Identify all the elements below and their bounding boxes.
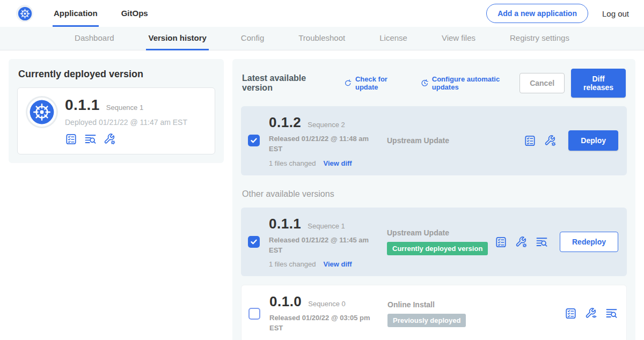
preflight-checks-icon[interactable] [65, 133, 77, 145]
schedule-update-icon [421, 79, 429, 87]
add-application-button[interactable]: Add a new application [486, 4, 588, 23]
files-changed-label: 1 files changed [269, 260, 316, 268]
version-actions [565, 307, 618, 320]
refresh-icon [344, 79, 352, 87]
configure-automatic-updates-label: Configure automatic updates [432, 75, 519, 91]
latest-version-header: Latest available version Check for updat… [242, 69, 626, 98]
version-row: 0.1.0 Sequence 0 Released 01/20/22 @ 03:… [241, 285, 627, 340]
released-timestamp: Released 01/21/22 @ 11:48 am EST [269, 134, 383, 154]
version-info: 0.1.1 Sequence 1 Released 01/21/22 @ 11:… [269, 216, 383, 269]
view-diff-link[interactable]: View diff [323, 159, 352, 167]
deploy-logs-icon[interactable] [84, 133, 97, 145]
deployed-version-number: 0.1.1 [65, 97, 100, 114]
edit-config-icon[interactable] [544, 135, 557, 147]
view-config-icon[interactable] [585, 307, 597, 320]
version-row: 0.1.2 Sequence 2 Released 01/21/22 @ 11:… [241, 106, 627, 175]
version-source: Online Install Previously deployed [387, 300, 466, 327]
version-source: Upstream Update [387, 136, 449, 145]
source-label: Upstream Update [387, 228, 488, 237]
top-nav: ApplicationGitOps Add a new application … [0, 0, 644, 27]
version-number: 0.1.2 [269, 114, 301, 131]
app-icon [27, 98, 56, 127]
sub-nav-item-version-history[interactable]: Version history [146, 27, 208, 50]
version-number: 0.1.0 [269, 293, 302, 310]
preflight-checks-icon[interactable] [495, 236, 507, 248]
cancel-button[interactable]: Cancel [519, 73, 565, 93]
files-changed-line: 1 files changed View diff [269, 159, 383, 167]
kubernetes-logo [16, 5, 33, 22]
configure-automatic-updates-link[interactable]: Configure automatic updates [421, 75, 519, 91]
main-content: Currently deployed version 0.1.1 Sequenc… [0, 50, 644, 340]
redeploy-button[interactable]: Redeploy [560, 232, 618, 252]
version-info: 0.1.2 Sequence 2 Released 01/21/22 @ 11:… [269, 114, 383, 167]
check-for-update-label: Check for update [355, 75, 407, 91]
sub-nav-item-dashboard[interactable]: Dashboard [72, 27, 116, 50]
sequence-label: Sequence 2 [308, 121, 345, 129]
preflight-checks-icon[interactable] [565, 307, 577, 320]
deployed-timestamp: Deployed 01/21/22 @ 11:47 am EST [65, 118, 187, 127]
preflight-checks-icon[interactable] [524, 135, 536, 147]
logout-link[interactable]: Log out [602, 9, 629, 18]
released-timestamp: Released 01/21/22 @ 11:45 am EST [269, 235, 383, 256]
deployed-version-info: 0.1.1 Sequence 1 Deployed 01/21/22 @ 11:… [65, 97, 187, 145]
source-label: Upstream Update [387, 136, 449, 145]
deployed-action-icons [65, 133, 187, 145]
version-checkbox[interactable] [248, 236, 260, 248]
kubernetes-wheel-icon [29, 99, 55, 125]
sub-nav-item-registry-settings[interactable]: Registry settings [508, 27, 572, 50]
deploy-button[interactable]: Deploy [568, 130, 618, 151]
sub-nav-item-troubleshoot[interactable]: Troubleshoot [296, 27, 347, 50]
view-diff-link[interactable]: View diff [323, 260, 352, 268]
status-badge: Previously deployed [387, 314, 466, 327]
check-for-update-link[interactable]: Check for update [344, 75, 407, 91]
diff-releases-button[interactable]: Diff releases [571, 69, 626, 98]
version-source: Upstream Update Currently deployed versi… [387, 228, 488, 255]
status-badge: Currently deployed version [387, 242, 488, 255]
version-history-panel: Latest available version Check for updat… [232, 59, 635, 340]
sub-nav-item-license[interactable]: License [377, 27, 409, 50]
version-actions: Redeploy [495, 232, 618, 252]
version-number: 0.1.1 [269, 216, 301, 232]
version-checkbox[interactable] [248, 135, 260, 146]
sequence-label: Sequence 1 [308, 222, 345, 230]
released-timestamp: Released 01/20/22 @ 03:05 pm EST [269, 313, 383, 334]
version-row: 0.1.1 Sequence 1 Released 01/21/22 @ 11:… [241, 208, 627, 277]
source-label: Online Install [387, 300, 466, 309]
deployed-version-card: 0.1.1 Sequence 1 Deployed 01/21/22 @ 11:… [17, 87, 215, 154]
sub-nav-item-config[interactable]: Config [239, 27, 266, 50]
top-nav-right: Add a new application Log out [486, 4, 629, 23]
other-versions-title: Other available versions [242, 189, 626, 199]
files-changed-line: 1 files changed View diff [269, 260, 383, 268]
currently-deployed-title: Currently deployed version [18, 69, 214, 80]
top-nav-tabs: ApplicationGitOps [53, 0, 171, 27]
sequence-label: Sequence 0 [308, 300, 345, 308]
deploy-logs-icon[interactable] [536, 236, 548, 248]
version-actions: Deploy [524, 130, 618, 151]
edit-config-icon[interactable] [104, 133, 116, 145]
currently-deployed-panel: Currently deployed version 0.1.1 Sequenc… [9, 59, 224, 163]
app-sub-nav: DashboardVersion historyConfigTroublesho… [0, 27, 644, 50]
top-nav-tab-gitops[interactable]: GitOps [120, 0, 149, 27]
kubernetes-wheel-icon [18, 6, 32, 21]
version-checkbox[interactable] [248, 308, 260, 320]
deployed-sequence-label: Sequence 1 [106, 104, 143, 112]
latest-version-title: Latest available version [242, 73, 330, 93]
files-changed-label: 1 files changed [269, 159, 316, 167]
top-nav-tab-application[interactable]: Application [53, 0, 99, 27]
sub-nav-item-view-files[interactable]: View files [440, 27, 478, 50]
edit-config-icon[interactable] [515, 236, 528, 248]
version-info: 0.1.0 Sequence 0 Released 01/20/22 @ 03:… [269, 293, 383, 334]
deploy-logs-icon[interactable] [605, 307, 618, 320]
